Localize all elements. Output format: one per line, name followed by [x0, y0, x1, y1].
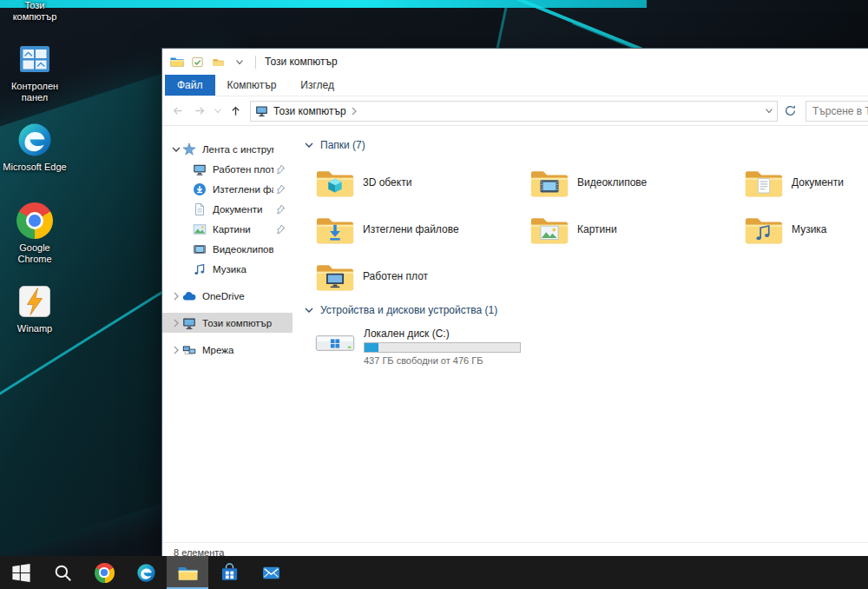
address-bar-row: Този компютър	[162, 96, 868, 126]
folder-tile-label: 3D обекти	[363, 176, 411, 189]
drive-capacity-bar	[364, 342, 521, 353]
folder-icon	[744, 213, 784, 246]
nav-item-nav-downloads[interactable]: Изтеглени файлове	[162, 179, 293, 199]
nav-item-icon	[193, 242, 207, 256]
folder-tile-folder-desktop[interactable]: Работен плот	[312, 253, 526, 300]
taskbar-button-icon	[95, 563, 115, 583]
nav-item-label: Картини	[213, 224, 273, 235]
devices-group-label: Устройства и дискови устройства (1)	[320, 304, 497, 316]
search-input[interactable]	[806, 101, 868, 122]
qat-properties-button[interactable]	[190, 55, 205, 69]
nav-item-label: Работен плот	[213, 164, 273, 175]
explorer-window-icon	[170, 55, 184, 69]
nav-item-nav-network[interactable]: Мрежа	[162, 340, 293, 360]
recent-locations-dropdown[interactable]	[212, 101, 223, 122]
nav-item-icon	[193, 202, 207, 216]
address-bar[interactable]: Този компютър	[250, 101, 778, 122]
desktop-icon-this-pc[interactable]: Този компютър	[1, 0, 69, 41]
nav-item-icon	[182, 289, 196, 303]
qat-new-folder-button[interactable]	[211, 55, 226, 69]
desktop-icon-label: Контролен панел	[2, 81, 68, 103]
taskbar-button-edge[interactable]	[125, 556, 167, 589]
folders-grid: 3D обекти Видеоклипове Документи Изтегле…	[312, 159, 868, 300]
pin-icon	[275, 144, 286, 155]
folders-group-header[interactable]: Папки (7)	[305, 136, 868, 154]
taskbar-button-icon	[261, 563, 281, 583]
ribbon-tab-file[interactable]: Файл	[165, 75, 215, 96]
back-button[interactable]	[167, 101, 187, 122]
expand-chevron-icon[interactable]	[170, 319, 182, 328]
desktop-icon-google-chrome[interactable]: Google Chrome	[1, 202, 69, 283]
desktop-icon-list: Този компютър Контролен панел Microsoft …	[1, 0, 69, 364]
taskbar-button-start[interactable]	[0, 556, 42, 589]
address-dropdown-icon[interactable]	[766, 109, 773, 113]
ribbon-tab-computer[interactable]: Компютър	[215, 75, 289, 96]
nav-item-icon	[193, 222, 207, 236]
folder-tile-folder-3d[interactable]: 3D обекти	[312, 159, 526, 206]
taskbar-button-search[interactable]	[42, 556, 83, 589]
nav-item-nav-videos[interactable]: Видеоклипове	[162, 239, 293, 259]
nav-item-icon	[193, 182, 207, 196]
nav-item-icon	[193, 262, 207, 276]
folder-tile-folder-pictures[interactable]: Картини	[526, 206, 740, 253]
desktop-icon-label: Microsoft Edge	[3, 162, 66, 173]
ribbon-tab-view[interactable]: Изглед	[288, 75, 346, 96]
taskbar-button-chrome[interactable]	[83, 556, 125, 589]
taskbar-button-store[interactable]	[208, 556, 250, 589]
qat-customize-dropdown[interactable]	[232, 55, 247, 69]
desktop-icon-label: Google Chrome	[2, 242, 68, 265]
desktop-icon-microsoft-edge[interactable]: Microsoft Edge	[1, 122, 69, 202]
folder-tile-label: Документи	[792, 176, 844, 189]
pin-icon	[275, 244, 286, 255]
nav-item-nav-desktop[interactable]: Работен плот	[162, 159, 293, 179]
folder-tile-folder-docs[interactable]: Документи	[740, 159, 868, 206]
collapse-chevron-icon[interactable]	[305, 308, 313, 313]
taskbar-button-mail[interactable]	[250, 556, 292, 589]
nav-item-onedrive[interactable]: OneDrive	[162, 286, 293, 306]
nav-item-icon	[193, 162, 207, 176]
folder-tile-folder-downloads[interactable]: Изтеглени файлове	[312, 206, 526, 253]
drive-tile-drive[interactable]: Локален диск (C:) 437 ГБ свободни от 476…	[312, 324, 555, 368]
refresh-button[interactable]	[779, 101, 800, 122]
nav-item-nav-pictures[interactable]: Картини	[162, 219, 293, 239]
nav-item-nav-music[interactable]: Музика	[162, 259, 293, 279]
taskbar-button-icon	[220, 563, 240, 583]
taskbar	[0, 556, 868, 589]
window-title: Този компютър	[265, 56, 338, 68]
folder-tile-label: Музика	[792, 223, 827, 235]
folder-tile-label: Работен плот	[363, 270, 428, 282]
breadcrumb-chevron-icon[interactable]	[352, 107, 357, 116]
up-button[interactable]	[225, 101, 246, 122]
folders-group-label: Папки (7)	[320, 139, 365, 151]
folder-icon	[315, 166, 355, 199]
pin-icon	[275, 164, 286, 175]
nav-item-nav-documents[interactable]: Документи	[162, 199, 293, 219]
devices-group-header[interactable]: Устройства и дискови устройства (1)	[305, 301, 868, 319]
folder-icon	[529, 166, 569, 199]
drive-label: Локален диск (C:)	[364, 328, 521, 340]
nav-item-icon	[182, 316, 196, 330]
expand-chevron-icon[interactable]	[170, 292, 182, 301]
pin-icon	[275, 318, 286, 328]
collapse-chevron-icon[interactable]	[305, 142, 313, 148]
content-pane: Папки (7) 3D обекти Видеоклипове Докумен…	[293, 126, 868, 542]
nav-item-label: Документи	[213, 204, 273, 215]
pin-icon	[275, 291, 286, 301]
expand-chevron-icon[interactable]	[170, 147, 182, 152]
ribbon-tab-label: Компютър	[227, 79, 277, 91]
nav-item-label: Мрежа	[202, 345, 273, 355]
expand-chevron-icon[interactable]	[170, 346, 182, 354]
nav-item-star[interactable]: Лента с инструменти	[162, 139, 293, 159]
desktop-icon-winamp[interactable]: Winamp	[1, 283, 69, 364]
nav-item-nav-pc[interactable]: Този компютър	[162, 313, 293, 333]
nav-item-label: Лента с инструменти	[202, 144, 273, 155]
forward-button[interactable]	[189, 101, 210, 122]
nav-item-label: Видеоклипове	[213, 244, 273, 255]
titlebar[interactable]: Този компютър	[162, 49, 868, 75]
breadcrumb[interactable]: Този компютър	[273, 105, 346, 117]
folder-tile-folder-video[interactable]: Видеоклипове	[526, 159, 740, 206]
taskbar-button-file-explorer[interactable]	[167, 556, 208, 589]
desktop-icon-control-panel[interactable]: Контролен панел	[1, 41, 69, 122]
taskbar-button-icon	[11, 563, 31, 583]
folder-tile-folder-music[interactable]: Музика	[740, 206, 868, 253]
